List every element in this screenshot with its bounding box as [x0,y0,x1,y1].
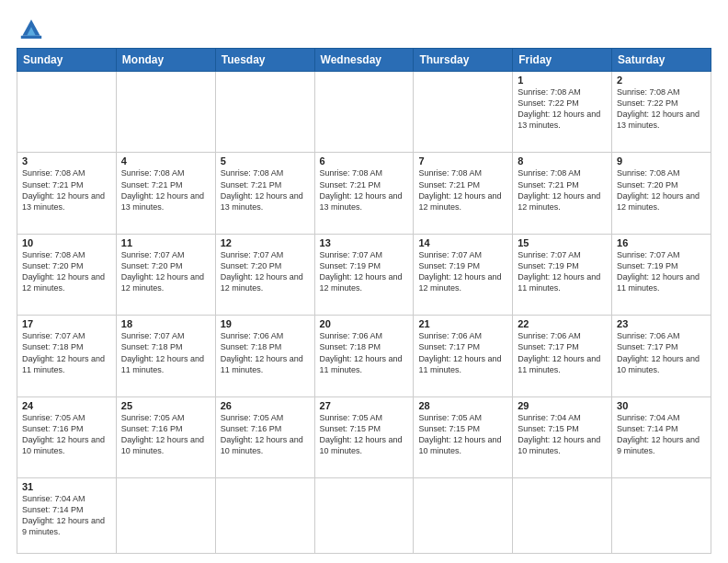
day-cell: 24Sunrise: 7:05 AM Sunset: 7:16 PM Dayli… [17,396,117,477]
day-cell [314,72,414,153]
day-cell: 25Sunrise: 7:05 AM Sunset: 7:16 PM Dayli… [116,396,215,477]
day-info: Sunrise: 7:07 AM Sunset: 7:18 PM Dayligh… [121,330,210,375]
logo-icon [17,15,46,40]
day-number: 21 [418,318,507,329]
day-cell: 31Sunrise: 7:04 AM Sunset: 7:14 PM Dayli… [17,478,117,554]
day-number: 4 [121,155,210,167]
week-row-1: 3Sunrise: 7:08 AM Sunset: 7:21 PM Daylig… [17,153,711,234]
weekday-header-friday: Friday [513,49,612,72]
day-cell: 27Sunrise: 7:05 AM Sunset: 7:15 PM Dayli… [314,396,414,477]
day-cell [414,478,513,554]
page: SundayMondayTuesdayWednesdayThursdayFrid… [0,0,728,563]
day-number: 20 [320,318,409,329]
day-info: Sunrise: 7:05 AM Sunset: 7:16 PM Dayligh… [22,412,111,457]
weekday-header-thursday: Thursday [414,49,513,72]
day-info: Sunrise: 7:08 AM Sunset: 7:22 PM Dayligh… [617,86,706,132]
day-info: Sunrise: 7:06 AM Sunset: 7:17 PM Dayligh… [617,330,706,375]
day-cell: 30Sunrise: 7:04 AM Sunset: 7:14 PM Dayli… [612,396,711,477]
day-info: Sunrise: 7:08 AM Sunset: 7:21 PM Dayligh… [418,167,507,213]
day-number: 7 [418,155,507,167]
header [17,15,711,40]
day-info: Sunrise: 7:07 AM Sunset: 7:19 PM Dayligh… [418,249,507,294]
day-cell [612,478,711,554]
day-number: 8 [518,155,607,167]
day-cell [116,478,215,554]
day-info: Sunrise: 7:08 AM Sunset: 7:21 PM Dayligh… [518,167,607,213]
day-number: 6 [320,155,409,167]
day-cell: 1Sunrise: 7:08 AM Sunset: 7:22 PM Daylig… [513,72,612,153]
day-cell: 16Sunrise: 7:07 AM Sunset: 7:19 PM Dayli… [612,234,711,315]
day-cell: 7Sunrise: 7:08 AM Sunset: 7:21 PM Daylig… [414,153,513,234]
day-cell [314,478,414,554]
week-row-0: 1Sunrise: 7:08 AM Sunset: 7:22 PM Daylig… [17,72,711,153]
day-number: 15 [518,237,607,248]
week-row-3: 17Sunrise: 7:07 AM Sunset: 7:18 PM Dayli… [17,316,711,396]
day-cell: 22Sunrise: 7:06 AM Sunset: 7:17 PM Dayli… [513,316,612,396]
day-cell: 29Sunrise: 7:04 AM Sunset: 7:15 PM Dayli… [513,396,612,477]
day-cell [513,478,612,554]
day-info: Sunrise: 7:05 AM Sunset: 7:15 PM Dayligh… [418,412,507,457]
day-info: Sunrise: 7:06 AM Sunset: 7:18 PM Dayligh… [221,330,310,375]
day-cell: 11Sunrise: 7:07 AM Sunset: 7:20 PM Dayli… [116,234,215,315]
weekday-header-wednesday: Wednesday [314,49,414,72]
day-cell: 3Sunrise: 7:08 AM Sunset: 7:21 PM Daylig… [17,153,117,234]
day-number: 27 [320,400,409,411]
day-info: Sunrise: 7:06 AM Sunset: 7:17 PM Dayligh… [518,330,607,375]
week-row-4: 24Sunrise: 7:05 AM Sunset: 7:16 PM Dayli… [17,396,711,477]
day-number: 28 [418,400,507,411]
day-info: Sunrise: 7:06 AM Sunset: 7:17 PM Dayligh… [418,330,507,375]
day-number: 26 [221,400,310,411]
day-info: Sunrise: 7:06 AM Sunset: 7:18 PM Dayligh… [320,330,409,375]
day-info: Sunrise: 7:07 AM Sunset: 7:18 PM Dayligh… [22,330,111,375]
day-number: 3 [22,155,111,167]
day-number: 29 [518,400,607,411]
day-cell: 19Sunrise: 7:06 AM Sunset: 7:18 PM Dayli… [215,316,314,396]
day-number: 17 [22,318,111,329]
day-info: Sunrise: 7:08 AM Sunset: 7:20 PM Dayligh… [617,167,706,213]
day-number: 24 [22,400,111,411]
day-number: 31 [22,481,111,492]
day-info: Sunrise: 7:07 AM Sunset: 7:20 PM Dayligh… [221,249,310,294]
day-cell: 13Sunrise: 7:07 AM Sunset: 7:19 PM Dayli… [314,234,414,315]
day-info: Sunrise: 7:05 AM Sunset: 7:16 PM Dayligh… [221,412,310,457]
day-info: Sunrise: 7:04 AM Sunset: 7:14 PM Dayligh… [617,412,706,457]
day-info: Sunrise: 7:08 AM Sunset: 7:22 PM Dayligh… [518,86,607,132]
day-info: Sunrise: 7:07 AM Sunset: 7:20 PM Dayligh… [121,249,210,294]
day-number: 14 [418,237,507,248]
day-cell: 15Sunrise: 7:07 AM Sunset: 7:19 PM Dayli… [513,234,612,315]
day-info: Sunrise: 7:07 AM Sunset: 7:19 PM Dayligh… [617,249,706,294]
day-info: Sunrise: 7:08 AM Sunset: 7:21 PM Dayligh… [121,167,210,213]
day-cell: 4Sunrise: 7:08 AM Sunset: 7:21 PM Daylig… [116,153,215,234]
day-number: 30 [617,400,706,411]
day-cell [17,72,117,153]
day-number: 23 [617,318,706,329]
weekday-header-sunday: Sunday [17,49,117,72]
day-info: Sunrise: 7:07 AM Sunset: 7:19 PM Dayligh… [518,249,607,294]
weekday-header-monday: Monday [116,49,215,72]
week-row-5: 31Sunrise: 7:04 AM Sunset: 7:14 PM Dayli… [17,478,711,554]
day-cell: 12Sunrise: 7:07 AM Sunset: 7:20 PM Dayli… [215,234,314,315]
day-number: 12 [221,237,310,248]
day-number: 22 [518,318,607,329]
day-cell [215,478,314,554]
day-info: Sunrise: 7:05 AM Sunset: 7:16 PM Dayligh… [121,412,210,457]
calendar-table: SundayMondayTuesdayWednesdayThursdayFrid… [17,48,711,554]
weekday-header-row: SundayMondayTuesdayWednesdayThursdayFrid… [17,49,711,72]
day-info: Sunrise: 7:05 AM Sunset: 7:15 PM Dayligh… [320,412,409,457]
day-cell: 2Sunrise: 7:08 AM Sunset: 7:22 PM Daylig… [612,72,711,153]
day-info: Sunrise: 7:04 AM Sunset: 7:15 PM Dayligh… [518,412,607,457]
day-cell: 28Sunrise: 7:05 AM Sunset: 7:15 PM Dayli… [414,396,513,477]
day-cell [116,72,215,153]
day-info: Sunrise: 7:08 AM Sunset: 7:20 PM Dayligh… [22,249,111,294]
day-number: 1 [518,75,607,86]
day-number: 13 [320,237,409,248]
day-cell: 5Sunrise: 7:08 AM Sunset: 7:21 PM Daylig… [215,153,314,234]
day-cell: 14Sunrise: 7:07 AM Sunset: 7:19 PM Dayli… [414,234,513,315]
day-number: 25 [121,400,210,411]
day-info: Sunrise: 7:08 AM Sunset: 7:21 PM Dayligh… [221,167,310,213]
day-number: 19 [221,318,310,329]
day-cell: 17Sunrise: 7:07 AM Sunset: 7:18 PM Dayli… [17,316,117,396]
day-cell: 8Sunrise: 7:08 AM Sunset: 7:21 PM Daylig… [513,153,612,234]
day-cell: 18Sunrise: 7:07 AM Sunset: 7:18 PM Dayli… [116,316,215,396]
week-row-2: 10Sunrise: 7:08 AM Sunset: 7:20 PM Dayli… [17,234,711,315]
